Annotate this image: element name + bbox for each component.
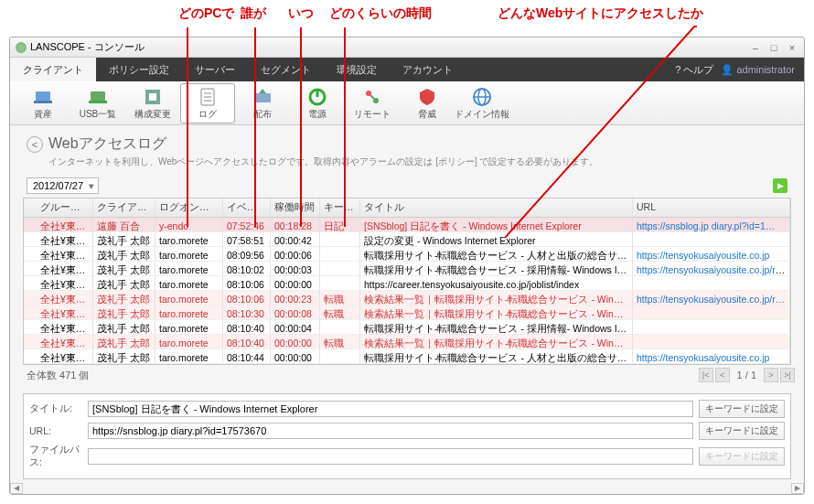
window-title: LANSCOPE - コンソール bbox=[30, 40, 145, 54]
tab-segment[interactable]: セグメント bbox=[248, 58, 324, 81]
detail-path-label: ファイルパス: bbox=[29, 444, 82, 469]
table-row[interactable]: 全社¥東京本部…茂礼手 太郎taro.morete08:10:0600:00:2… bbox=[24, 291, 790, 306]
svg-rect-4 bbox=[89, 101, 107, 103]
col-user[interactable]: ログオンユーザ… bbox=[155, 198, 223, 217]
col-group[interactable]: グループ名 bbox=[24, 198, 93, 217]
page-title: Webアクセスログ bbox=[48, 134, 166, 154]
table-row[interactable]: 全社¥東京本部…茂礼手 太郎taro.morete08:10:4400:00:0… bbox=[24, 349, 790, 364]
col-dur[interactable]: 稼働時間 bbox=[271, 198, 320, 217]
callout-dur: どのくらいの時間 bbox=[329, 5, 432, 22]
tab-client[interactable]: クライアント bbox=[10, 58, 96, 81]
detail-panel: タイトル: キーワードに設定 URL: キーワードに設定 ファイルパス: キーワ… bbox=[23, 393, 791, 479]
detail-title-field[interactable] bbox=[88, 401, 693, 417]
callout-site: どんなWebサイトにアクセスしたか bbox=[498, 5, 703, 22]
user-label[interactable]: 👤 administrator bbox=[721, 64, 795, 76]
callout-who: 誰が bbox=[241, 5, 266, 22]
scroll-right[interactable]: ▶ bbox=[791, 483, 804, 494]
callout-pc: どのPCで bbox=[178, 5, 234, 22]
col-time[interactable]: イベント時刻 bbox=[223, 198, 271, 217]
tool-threat[interactable]: 脅威 bbox=[400, 86, 455, 121]
table-row[interactable]: 全社¥東京本部…茂礼手 太郎taro.morete08:10:3000:00:0… bbox=[24, 306, 790, 320]
svg-rect-3 bbox=[91, 91, 105, 101]
run-button[interactable]: ▶ bbox=[773, 178, 787, 193]
detail-url-field[interactable] bbox=[88, 423, 693, 439]
tab-server[interactable]: サーバー bbox=[182, 58, 248, 81]
tool-config[interactable]: 構成変更 bbox=[125, 86, 180, 121]
tool-usb[interactable]: USB一覧 bbox=[70, 86, 125, 121]
tab-account[interactable]: アカウント bbox=[390, 58, 466, 81]
power-icon bbox=[306, 86, 328, 108]
close-button[interactable]: × bbox=[786, 41, 798, 54]
table-row[interactable]: 全社¥東京本部…茂礼手 太郎taro.morete08:10:0600:00:0… bbox=[24, 276, 790, 291]
col-client[interactable]: クライアント名 bbox=[93, 198, 155, 217]
config-icon bbox=[142, 86, 164, 108]
row-count: 全体数 471 個 bbox=[27, 369, 89, 382]
assign-path-keyword: キーワードに設定 bbox=[699, 447, 785, 466]
page-indicator: 1 / 1 bbox=[737, 370, 756, 381]
date-filter[interactable]: 2012/07/27 bbox=[27, 177, 99, 194]
tool-power[interactable]: 電源 bbox=[290, 86, 345, 121]
tool-remote[interactable]: リモート bbox=[345, 86, 400, 121]
page-next[interactable]: > bbox=[764, 368, 778, 382]
tab-env[interactable]: 環境設定 bbox=[324, 58, 390, 81]
detail-title-label: タイトル: bbox=[29, 402, 82, 415]
callout-when: いつ bbox=[288, 5, 314, 22]
tool-log[interactable]: ログ bbox=[180, 83, 235, 123]
minimize-button[interactable]: – bbox=[749, 41, 762, 54]
log-icon bbox=[197, 86, 219, 108]
table-row[interactable]: 全社¥東京本部…茂礼手 太郎taro.morete08:10:0200:00:0… bbox=[24, 262, 790, 276]
assign-url-keyword[interactable]: キーワードに設定 bbox=[699, 422, 785, 440]
remote-icon bbox=[361, 86, 383, 108]
scroll-left[interactable]: ◀ bbox=[10, 483, 23, 494]
back-button[interactable]: < bbox=[27, 136, 43, 153]
table-row[interactable]: 全社¥東京本部…茂礼手 太郎taro.morete08:10:4000:00:0… bbox=[24, 320, 790, 335]
domain-icon bbox=[471, 86, 493, 108]
page-last[interactable]: >| bbox=[780, 368, 795, 382]
table-row[interactable]: 全社¥東京本部…茂礼手 太郎taro.morete08:09:5600:00:0… bbox=[24, 247, 790, 262]
svg-rect-2 bbox=[34, 101, 52, 103]
detail-path-field[interactable] bbox=[88, 448, 693, 465]
svg-line-0 bbox=[505, 26, 695, 238]
maximize-button[interactable]: □ bbox=[767, 41, 780, 54]
table-row[interactable]: 全社¥東京本部…茂礼手 太郎taro.morete08:10:4000:00:0… bbox=[24, 335, 790, 349]
tab-policy[interactable]: ポリシー設定 bbox=[96, 58, 182, 81]
page-prev[interactable]: < bbox=[715, 368, 730, 382]
assign-title-keyword[interactable]: キーワードに設定 bbox=[699, 400, 785, 418]
detail-url-label: URL: bbox=[29, 425, 82, 436]
page-first[interactable]: |< bbox=[699, 368, 713, 382]
col-kw[interactable]: キーワード bbox=[320, 198, 360, 217]
threat-icon bbox=[416, 86, 438, 108]
svg-rect-11 bbox=[254, 93, 271, 102]
svg-rect-1 bbox=[36, 91, 50, 101]
tool-deploy[interactable]: 配布 bbox=[235, 86, 290, 121]
tool-domain[interactable]: ドメイン情報 bbox=[455, 86, 509, 121]
app-icon bbox=[16, 42, 27, 53]
svg-rect-6 bbox=[149, 93, 156, 101]
tool-asset[interactable]: 資産 bbox=[16, 86, 70, 121]
asset-icon bbox=[32, 86, 54, 108]
usb-icon bbox=[87, 86, 109, 108]
svg-line-16 bbox=[370, 95, 374, 99]
